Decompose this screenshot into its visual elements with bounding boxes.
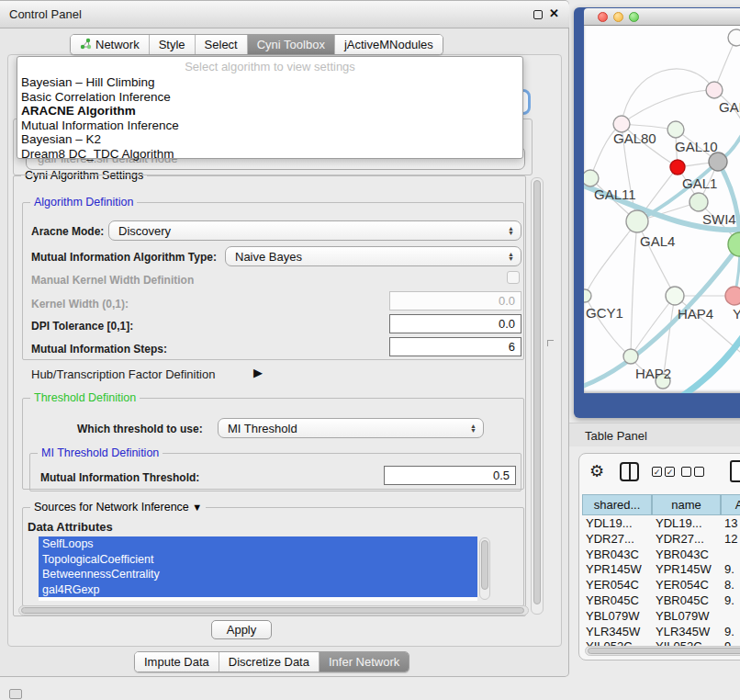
tab-infer-network[interactable]: Infer Network — [320, 652, 409, 672]
collapse-arrow-icon[interactable]: ▼ — [192, 502, 202, 513]
which-threshold-combo[interactable]: MI Threshold ▲▼ — [218, 418, 484, 438]
stepper-arrows-icon: ▲▼ — [470, 423, 477, 433]
float-window-icon[interactable] — [533, 10, 543, 19]
algorithm-option[interactable]: Mutual Information Inference — [21, 119, 517, 133]
network-canvas[interactable]: GALGAL80GAL10GAL1GAL11SWI4GAL4GCY1HAP4YH… — [584, 26, 740, 393]
table-row[interactable]: YER054CYER054C8. — [580, 578, 740, 593]
network-window-titlebar[interactable] — [584, 8, 740, 26]
attributes-scrollbar[interactable] — [479, 537, 490, 600]
sources-title-text: Sources for Network Inference — [34, 501, 189, 514]
deselect-all-icon[interactable] — [681, 467, 704, 477]
attribute-item[interactable]: BetweennessCentrality — [39, 567, 477, 582]
mi-type-label: Mutual Information Algorithm Type: — [31, 251, 217, 264]
network-node[interactable] — [728, 29, 740, 46]
table-row[interactable]: YLR345WYLR345W9. — [580, 625, 740, 640]
tab-impute-data[interactable]: Impute Data — [135, 652, 219, 672]
network-node[interactable] — [667, 121, 684, 138]
dpi-tolerance-label: DPI Tolerance [0,1]: — [31, 320, 133, 333]
tab-jactivemnodules[interactable]: jActiveMNodules — [335, 35, 443, 54]
aracne-mode-combo[interactable]: Discovery ▲▼ — [108, 220, 521, 241]
table-cell: YBR043C — [586, 548, 652, 561]
node-label: HAP2 — [635, 366, 671, 381]
tab-network[interactable]: Network — [71, 35, 150, 54]
minimize-traffic-light-icon[interactable] — [613, 12, 623, 22]
mi-steps-field[interactable]: 6 — [389, 337, 521, 356]
settings-hscrollbar[interactable] — [18, 605, 529, 615]
zoom-traffic-light-icon[interactable] — [629, 12, 639, 22]
mi-type-combo[interactable]: Naive Bayes ▲▼ — [225, 246, 521, 266]
new-table-icon[interactable] — [730, 460, 740, 482]
algorithm-option[interactable]: Dream8 DC_TDC Algorithm — [21, 147, 517, 162]
settings-vscrollbar-thumb[interactable] — [533, 180, 541, 604]
column-header-3[interactable]: A — [721, 494, 740, 515]
tab-discretize-data[interactable]: Discretize Data — [219, 652, 320, 672]
data-attributes-list: SelfLoopsTopologicalCoefficientBetweenne… — [39, 536, 477, 601]
table-row[interactable]: YPR145WYPR145W9. — [580, 562, 740, 578]
attribute-item[interactable]: TopologicalCoefficient — [39, 552, 477, 568]
expand-arrow-icon[interactable]: ▶ — [253, 366, 263, 379]
collapsed-panel-icon[interactable] — [9, 689, 22, 699]
node-label: GCY1 — [586, 305, 623, 321]
kernel-width-field[interactable]: 0.0 — [389, 291, 521, 310]
table-hscrollbar-thumb[interactable] — [588, 648, 740, 654]
table-cell: YBR043C — [656, 548, 721, 561]
mi-threshold-field[interactable]: 0.5 — [384, 466, 516, 485]
columns-icon[interactable] — [620, 462, 639, 481]
table-row[interactable]: YBR043CYBR043C — [580, 548, 740, 563]
dpi-tolerance-field[interactable]: 0.0 — [389, 314, 521, 333]
apply-button[interactable]: Apply — [211, 620, 272, 639]
network-node[interactable] — [584, 170, 599, 186]
splitter-handle[interactable] — [547, 340, 554, 346]
table-cell: YBR045C — [586, 593, 652, 607]
column-header-1[interactable]: shared... — [582, 494, 652, 515]
hub-definition-label[interactable]: Hub/Transcription Factor Definition — [31, 367, 215, 381]
tab-style[interactable]: Style — [150, 35, 196, 54]
attributes-scrollbar-thumb[interactable] — [481, 540, 488, 590]
algorithm-option[interactable]: Bayesian – K2 — [21, 132, 517, 147]
select-all-icon[interactable]: ✓ ✓ — [652, 467, 675, 477]
table-hscrollbar[interactable] — [585, 646, 740, 656]
network-node[interactable] — [666, 287, 684, 305]
algorithm-option[interactable]: Bayesian – Hill Climbing — [21, 75, 517, 90]
table-cell: YER054C — [656, 578, 721, 592]
settings-vscrollbar[interactable] — [531, 177, 544, 615]
network-node[interactable] — [709, 152, 727, 171]
network-node[interactable] — [623, 349, 638, 364]
data-attributes-label: Data Attributes — [28, 520, 113, 534]
network-node[interactable] — [690, 193, 708, 211]
gear-icon[interactable]: ⚙ — [589, 461, 604, 481]
table-row[interactable]: YBR045CYBR045C9. — [580, 593, 740, 609]
algorithm-option[interactable]: Basic Correlation Inference — [21, 90, 517, 105]
settings-hscrollbar-thumb[interactable] — [21, 607, 524, 614]
table-row[interactable]: YDR27...YDR27...12 — [580, 532, 740, 548]
tab-label: Discretize Data — [229, 655, 309, 669]
table-row[interactable]: YBL079WYBL079W — [580, 609, 740, 625]
attribute-item[interactable]: gal4RGexp — [39, 582, 477, 598]
network-edge — [622, 69, 714, 124]
network-node[interactable] — [728, 232, 740, 256]
column-header-2[interactable]: name — [652, 494, 721, 515]
network-node[interactable] — [626, 210, 648, 232]
network-node[interactable] — [670, 160, 685, 175]
manual-kernel-checkbox[interactable] — [507, 271, 520, 284]
stepper-arrows-icon: ▲▼ — [508, 252, 514, 261]
network-node[interactable] — [584, 289, 591, 302]
unchecked-box-icon — [681, 467, 691, 477]
table-cell: YBL079W — [656, 609, 721, 623]
network-node[interactable] — [706, 82, 723, 98]
top-tab-bar: NetworkStyleSelectCyni ToolboxjActiveMNo… — [70, 34, 443, 55]
close-icon[interactable]: ✕ — [549, 6, 559, 20]
network-icon — [80, 38, 92, 52]
attribute-item[interactable]: SelfLoops — [39, 536, 477, 552]
node-label: GAL11 — [594, 186, 636, 202]
close-traffic-light-icon[interactable] — [598, 12, 608, 22]
table-row[interactable]: YDL19...YDL19...13 — [580, 516, 740, 532]
tab-cyni-toolbox[interactable]: Cyni Toolbox — [248, 35, 335, 54]
algorithm-option[interactable]: ARACNE Algorithm — [21, 104, 517, 119]
network-node[interactable] — [725, 287, 740, 305]
tab-label: Infer Network — [329, 655, 399, 669]
tab-label: Cyni Toolbox — [257, 38, 325, 51]
tab-select[interactable]: Select — [196, 35, 248, 54]
checked-box-icon: ✓ — [652, 467, 662, 477]
node-label: GAL — [719, 99, 740, 115]
